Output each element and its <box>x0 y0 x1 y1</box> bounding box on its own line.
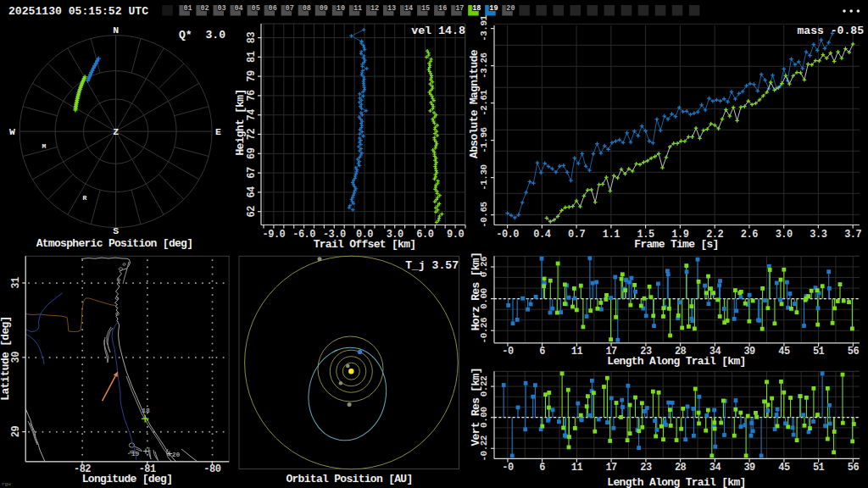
svg-text:E: E <box>215 126 221 137</box>
svg-text:12: 12 <box>370 4 379 13</box>
svg-text:28: 28 <box>675 462 687 474</box>
svg-text:39: 39 <box>743 462 755 474</box>
svg-text:vel 14.8: vel 14.8 <box>411 25 465 37</box>
svg-text:03: 03 <box>217 4 225 13</box>
svg-text:-0: -0 <box>502 462 514 474</box>
svg-text:06: 06 <box>269 4 277 13</box>
svg-text:04: 04 <box>234 4 242 13</box>
svg-text:9.0: 9.0 <box>447 229 464 241</box>
svg-text:67: 67 <box>246 167 258 179</box>
svg-text:Vert Res [km]: Vert Res [km] <box>470 368 482 446</box>
svg-text:09: 09 <box>320 4 328 13</box>
svg-text:1.1: 1.1 <box>603 229 620 241</box>
svg-text:6: 6 <box>539 346 545 358</box>
svg-text:11: 11 <box>571 346 583 358</box>
svg-text:79: 79 <box>246 70 258 82</box>
svg-text:-0.65: -0.65 <box>479 201 489 227</box>
svg-text:16: 16 <box>438 4 447 13</box>
svg-text:Length Along Trail [km]: Length Along Trail [km] <box>607 355 745 368</box>
svg-text:Absolute Magnitude: Absolute Magnitude <box>468 49 481 158</box>
svg-text:11: 11 <box>353 4 362 13</box>
svg-text:0.7: 0.7 <box>568 229 585 241</box>
svg-text:76: 76 <box>246 90 258 102</box>
svg-text:2.6: 2.6 <box>741 229 758 241</box>
svg-text:62: 62 <box>246 206 258 218</box>
svg-text:Height [km]: Height [km] <box>234 89 247 155</box>
svg-text:6.0: 6.0 <box>416 229 433 241</box>
svg-text:74: 74 <box>246 109 258 121</box>
svg-text:11: 11 <box>571 462 583 474</box>
svg-text:-1.30: -1.30 <box>479 164 489 191</box>
svg-text:10: 10 <box>337 4 345 13</box>
svg-text:W: W <box>9 126 15 137</box>
svg-text:14: 14 <box>404 4 413 13</box>
svg-text:Q* 3.0: Q* 3.0 <box>179 29 225 42</box>
svg-text:0.4: 0.4 <box>533 229 550 241</box>
svg-text:69: 69 <box>246 147 258 159</box>
svg-text:-6.0: -6.0 <box>292 229 315 241</box>
svg-text:N: N <box>113 25 119 36</box>
svg-text:08: 08 <box>303 4 311 13</box>
svg-text:15: 15 <box>421 4 430 13</box>
svg-text:R: R <box>83 194 87 202</box>
svg-text:17: 17 <box>605 462 617 474</box>
svg-text:Latitude [deg]: Latitude [deg] <box>0 316 12 400</box>
svg-text:mass -0.85: mass -0.85 <box>797 25 864 37</box>
svg-text:3.0: 3.0 <box>776 229 793 241</box>
svg-text:13: 13 <box>387 4 396 13</box>
svg-text:45: 45 <box>778 346 790 358</box>
svg-text:31: 31 <box>10 277 22 289</box>
svg-text:19: 19 <box>131 450 140 458</box>
svg-text:20: 20 <box>506 4 515 13</box>
svg-text:Frame Time [s]: Frame Time [s] <box>634 238 718 251</box>
svg-text:05: 05 <box>252 4 260 13</box>
svg-text:83: 83 <box>246 32 258 44</box>
svg-text:Horz Res [km]: Horz Res [km] <box>470 252 482 330</box>
svg-text:20: 20 <box>172 451 181 458</box>
svg-text:3.7: 3.7 <box>844 229 861 241</box>
svg-text:30: 30 <box>10 352 22 363</box>
svg-text:rgw: rgw <box>2 481 11 487</box>
svg-text:-80: -80 <box>203 463 220 475</box>
svg-text:23: 23 <box>640 462 652 474</box>
svg-text:18: 18 <box>472 4 481 13</box>
svg-text:6: 6 <box>539 462 545 474</box>
svg-text:07: 07 <box>286 4 294 13</box>
svg-text:64: 64 <box>246 186 258 198</box>
svg-text:20251130 05:15:52 UTC: 20251130 05:15:52 UTC <box>8 5 148 18</box>
svg-text:-3.91: -3.91 <box>479 14 489 41</box>
svg-text:-0.0: -0.0 <box>496 229 519 241</box>
svg-text:29: 29 <box>10 426 22 438</box>
svg-text:72: 72 <box>246 129 258 141</box>
svg-text:Length Along Trail [km]: Length Along Trail [km] <box>607 476 745 488</box>
svg-text:02: 02 <box>200 4 209 13</box>
svg-text:45: 45 <box>778 462 790 474</box>
svg-text:81: 81 <box>246 51 258 63</box>
svg-text:56: 56 <box>848 346 860 358</box>
svg-text:-9.0: -9.0 <box>262 229 285 241</box>
svg-text:01: 01 <box>183 4 192 13</box>
svg-text:Trail Offset [km]: Trail Offset [km] <box>314 238 416 251</box>
svg-text:S: S <box>113 225 119 236</box>
svg-text:3.3: 3.3 <box>810 229 826 241</box>
svg-text:56: 56 <box>848 462 860 474</box>
svg-text:19: 19 <box>489 4 498 13</box>
svg-text:34: 34 <box>709 462 721 474</box>
svg-text:Z: Z <box>113 126 119 137</box>
svg-text:Atmospheric Position [deg]: Atmospheric Position [deg] <box>36 237 193 250</box>
svg-text:Longitude [deg]: Longitude [deg] <box>82 473 173 485</box>
svg-text:51: 51 <box>813 346 825 358</box>
svg-text:17: 17 <box>455 4 464 13</box>
svg-text:M: M <box>42 142 47 150</box>
svg-text:Orbital Position [AU]: Orbital Position [AU] <box>286 473 412 485</box>
svg-text:T_j 3.57: T_j 3.57 <box>405 259 459 272</box>
svg-text:18: 18 <box>142 407 150 414</box>
svg-text:-0: -0 <box>502 346 514 358</box>
svg-text:51: 51 <box>813 462 825 474</box>
